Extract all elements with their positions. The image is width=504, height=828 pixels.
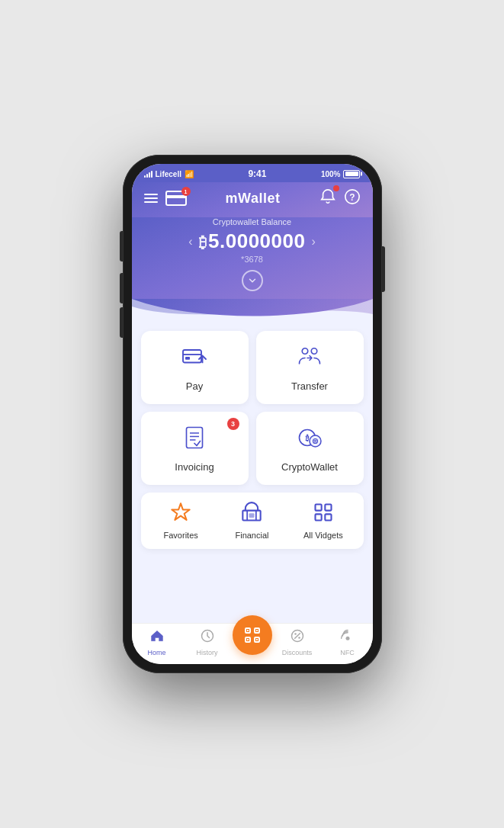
svg-rect-32 <box>247 639 249 640</box>
battery-icon <box>343 170 360 178</box>
card-badge: 1 <box>181 187 191 196</box>
wave-divider <box>132 299 373 322</box>
bell-icon <box>319 188 336 205</box>
financial-label: Financial <box>235 531 268 540</box>
expand-button[interactable] <box>242 270 263 291</box>
balance-amount: ₿5.0000000 <box>199 229 306 253</box>
transfer-label: Transfer <box>291 380 328 392</box>
help-button[interactable]: ? <box>344 188 361 208</box>
svg-rect-8 <box>187 428 203 448</box>
svg-point-38 <box>345 637 349 640</box>
help-icon: ? <box>344 188 361 205</box>
invoicing-button[interactable]: 3 Invoicing <box>141 412 249 485</box>
svg-point-7 <box>311 348 317 355</box>
balance-section: Cryptowallet Balance ‹ ₿5.0000000 › *367… <box>132 217 373 299</box>
favorites-button[interactable]: Favorites <box>146 502 217 540</box>
pay-button[interactable]: Pay <box>141 331 249 404</box>
nav-discounts[interactable]: Discounts <box>272 628 323 656</box>
nav-nfc[interactable]: NFC <box>323 628 373 656</box>
financial-icon <box>241 502 262 528</box>
svg-text:?: ? <box>349 192 355 203</box>
favorites-icon <box>170 502 191 528</box>
balance-next-button[interactable]: › <box>311 235 315 249</box>
invoicing-badge: 3 <box>227 418 239 430</box>
card-button[interactable]: 1 <box>165 191 187 206</box>
financial-button[interactable]: Financial <box>217 502 287 540</box>
header-row: 1 mWallet ? <box>144 188 361 208</box>
status-right: 100% <box>321 170 361 178</box>
home-icon <box>149 628 165 647</box>
svg-rect-4 <box>185 357 190 360</box>
notification-button[interactable] <box>319 188 336 208</box>
nav-nfc-label: NFC <box>340 649 355 656</box>
nav-home[interactable]: Home <box>132 628 182 656</box>
all-vidgets-icon <box>313 502 334 528</box>
balance-account: *3678 <box>144 255 361 264</box>
nav-discounts-label: Discounts <box>282 649 313 656</box>
svg-point-6 <box>302 348 308 355</box>
nfc-icon <box>340 628 355 647</box>
notification-badge <box>333 185 339 191</box>
favorites-label: Favorites <box>164 531 198 540</box>
svg-point-36 <box>294 633 297 635</box>
pay-label: Pay <box>186 380 203 392</box>
scan-button[interactable] <box>233 615 272 655</box>
svg-point-37 <box>298 637 300 639</box>
bottom-nav: Home History <box>132 623 373 664</box>
menu-button[interactable] <box>144 194 158 203</box>
wifi-icon: 📶 <box>185 170 194 178</box>
scan-icon <box>243 626 262 644</box>
battery-label: 100% <box>321 170 341 178</box>
balance-row: ‹ ₿5.0000000 › <box>144 229 361 253</box>
phone-screen: Lifecell 📶 9:41 100% 1 <box>132 164 373 664</box>
currency-symbol: ₿ <box>199 234 207 251</box>
history-icon <box>200 628 215 647</box>
phone-device: Lifecell 📶 9:41 100% 1 <box>123 155 382 673</box>
svg-rect-22 <box>325 505 331 511</box>
svg-rect-23 <box>315 514 321 520</box>
signal-icon <box>144 170 152 178</box>
svg-rect-31 <box>256 630 258 631</box>
cryptowallet-label: CryptoWallet <box>281 461 338 473</box>
widget-row: Favorites Financial <box>141 493 364 549</box>
svg-rect-33 <box>256 639 258 640</box>
header-right: ? <box>319 188 361 208</box>
svg-rect-24 <box>325 514 331 520</box>
balance-prev-button[interactable]: ‹ <box>188 235 192 249</box>
svg-rect-2 <box>183 350 201 363</box>
action-grid: Pay Transfer <box>141 331 364 485</box>
nav-history-label: History <box>196 649 217 656</box>
status-time: 9:41 <box>248 168 266 179</box>
nav-home-label: Home <box>147 649 165 656</box>
svg-rect-21 <box>315 505 321 511</box>
transfer-icon <box>296 343 323 371</box>
invoicing-icon <box>181 424 208 451</box>
svg-rect-30 <box>247 630 249 631</box>
invoicing-label: Invoicing <box>175 461 213 473</box>
app-header: 1 mWallet ? <box>132 182 373 217</box>
carrier-label: Lifecell <box>156 170 181 178</box>
status-bar: Lifecell 📶 9:41 100% <box>132 164 373 182</box>
transfer-button[interactable]: Transfer <box>256 331 364 404</box>
chevron-down-icon <box>247 275 258 286</box>
svg-text:₿: ₿ <box>305 434 310 442</box>
pay-icon <box>181 343 208 371</box>
all-vidgets-button[interactable]: All Vidgets <box>287 502 358 540</box>
all-vidgets-label: All Vidgets <box>303 531 343 540</box>
discounts-icon <box>290 628 305 647</box>
header-left: 1 <box>144 191 187 206</box>
svg-text:Ξ: Ξ <box>313 439 317 444</box>
cryptowallet-button[interactable]: ₿ Ξ CryptoWallet <box>256 412 364 485</box>
svg-rect-18 <box>249 513 255 518</box>
balance-label: Cryptowallet Balance <box>144 217 361 226</box>
main-content: Pay Transfer <box>132 322 373 623</box>
cryptowallet-icon: ₿ Ξ <box>296 424 323 451</box>
nav-history[interactable]: History <box>182 628 233 656</box>
app-title: mWallet <box>226 191 281 207</box>
status-left: Lifecell 📶 <box>144 170 194 178</box>
